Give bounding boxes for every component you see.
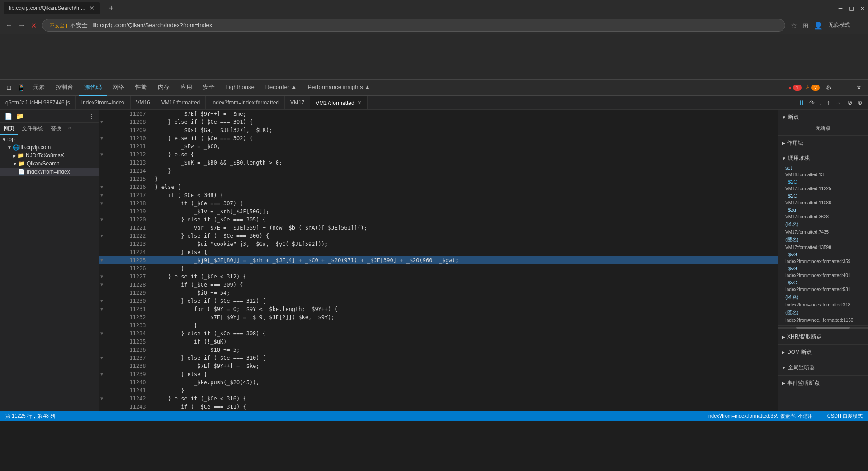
call-stack-item[interactable]: _$vGIndex?from=index:formatted:401: [778, 265, 868, 279]
tree-item-top[interactable]: ▼ top: [0, 135, 99, 143]
close-icon[interactable]: ✕: [861, 5, 864, 12]
new-tab-button[interactable]: +: [104, 2, 119, 14]
breakpoints-header[interactable]: ▼ 断点: [778, 112, 868, 123]
global-listeners-header[interactable]: ▼ 全局监听器: [778, 362, 868, 373]
step-button[interactable]: →: [833, 98, 843, 107]
stack-file-name: VM17:formatted:13598: [785, 245, 831, 250]
tree-item-lib-cqvip[interactable]: ▼ 🌐 lib.cqvip.com: [0, 143, 99, 151]
tab-memory[interactable]: 内存: [152, 80, 175, 96]
new-folder-icon[interactable]: 📁: [15, 112, 24, 121]
minimize-icon[interactable]: ─: [839, 5, 842, 12]
fold-arrow-icon[interactable]: ▼: [100, 370, 103, 378]
fold-arrow-icon[interactable]: ▼: [100, 281, 103, 289]
fold-arrow-icon[interactable]: ▼: [100, 191, 103, 199]
xhr-arrow-icon: ▶: [782, 334, 785, 339]
call-stack-item[interactable]: _$2OVM17:formatted:11086: [778, 192, 868, 206]
dont-pause-exceptions-button[interactable]: ⊕: [855, 98, 864, 107]
tab-close-icon[interactable]: ✕: [89, 5, 94, 12]
xhr-breakpoints-header[interactable]: ▶ XHR/提取断点: [778, 331, 868, 343]
arrow-icon-njdr: ▶: [13, 153, 16, 158]
fold-arrow-icon[interactable]: ▼: [100, 305, 103, 313]
address-input-container[interactable]: 不安全 | 不安全 | lib.cqvip.com/Qikan/Search/I…: [42, 19, 785, 32]
source-tab-vm16[interactable]: VM16: [131, 96, 156, 109]
fold-arrow-icon[interactable]: ▼: [100, 183, 103, 191]
source-tab-index-formatted[interactable]: Index?from=index:formatted: [206, 96, 285, 109]
call-stack-item[interactable]: _$vGIndex?from=index:formatted:531: [778, 279, 868, 293]
tab-performance[interactable]: 性能: [130, 80, 152, 96]
call-stack-item[interactable]: (匿名)VM17:formatted:13598: [778, 236, 868, 251]
fold-arrow-icon[interactable]: ▼: [100, 151, 103, 159]
more-sidebar-icon[interactable]: ⋮: [87, 112, 95, 121]
more-button[interactable]: ⋮: [838, 82, 850, 93]
call-stack-item[interactable]: (匿名)VM17:formatted:7435: [778, 220, 868, 236]
more-tabs-icon[interactable]: »: [65, 123, 74, 135]
pause-button[interactable]: ⏸: [797, 98, 807, 107]
source-tab-q6etn[interactable]: q6etnJaJUcHH.9887446.js: [0, 96, 76, 109]
call-stack-item[interactable]: _$2OVM17:formatted:11225: [778, 178, 868, 192]
tab-console[interactable]: 控制台: [50, 80, 79, 96]
dom-breakpoints-header[interactable]: ▶ DOM 断点: [778, 347, 868, 358]
fold-arrow-icon[interactable]: ▼: [100, 256, 103, 264]
tab-security[interactable]: 安全: [198, 80, 220, 96]
browser-tab[interactable]: lib.cqvip.com/Qikan/Search/In... ✕: [4, 2, 100, 14]
menu-icon[interactable]: ⋮: [855, 21, 863, 30]
fold-arrow-icon[interactable]: ▼: [100, 232, 103, 240]
settings-button[interactable]: ⚙: [823, 82, 835, 93]
fold-arrow-icon[interactable]: ▼: [100, 297, 103, 305]
tree-item-index[interactable]: 📄 Index?from=index: [0, 168, 99, 176]
sidebar-tab-overrides[interactable]: 替换: [47, 123, 65, 135]
step-over-button[interactable]: ↷: [807, 98, 816, 107]
panel-scrollbar[interactable]: [778, 327, 868, 329]
back-button[interactable]: ←: [5, 21, 13, 29]
tab-application[interactable]: 应用: [175, 80, 198, 96]
code-line-11237: ▼11237 } else if (_$Ce === 310) {: [99, 354, 778, 362]
call-stack-item[interactable]: (匿名)Index?from=inde...formatted:1150: [778, 308, 868, 324]
scope-header[interactable]: ▶ 作用域: [778, 137, 868, 149]
call-stack-item[interactable]: _$zgVM17:formatted:3628: [778, 206, 868, 220]
tab-lighthouse[interactable]: Lighthouse: [220, 80, 260, 96]
sidebar-tab-filesystem[interactable]: 文件系统: [18, 123, 47, 135]
step-out-button[interactable]: ↑: [825, 98, 832, 107]
restore-icon[interactable]: □: [849, 5, 853, 12]
deactivate-breakpoints-button[interactable]: ⊘: [845, 98, 854, 107]
sidebar-tab-webpage[interactable]: 网页: [0, 123, 18, 135]
source-tab-vm16-formatted[interactable]: VM16:formatted: [156, 96, 206, 109]
tab-sources[interactable]: 源代码: [79, 80, 107, 96]
fold-arrow-icon[interactable]: ▼: [100, 395, 103, 403]
close-devtools-button[interactable]: ✕: [854, 82, 864, 93]
source-tab-vm17[interactable]: VM17: [285, 96, 310, 109]
source-tab-vm17-formatted[interactable]: VM17:formatted ✕: [310, 96, 367, 109]
call-stack-item[interactable]: (匿名)Index?from=index:formatted:318: [778, 293, 868, 308]
fold-arrow-icon[interactable]: ▼: [100, 273, 103, 281]
tree-item-njdr[interactable]: ▶ 📁 NJDrTcXo8msX: [0, 151, 99, 160]
user-icon[interactable]: 👤: [814, 21, 823, 30]
new-file-icon[interactable]: 📄: [4, 112, 13, 121]
tree-item-qikan[interactable]: ▼ 📁 Qikan/Search: [0, 160, 99, 168]
call-stack-section: ▼ 调用堆栈 setVM16:formatted:13_$2OVM17:form…: [778, 151, 868, 326]
fold-arrow-icon[interactable]: ▼: [100, 330, 103, 338]
stack-func-name: set: [785, 165, 792, 170]
fold-arrow-icon[interactable]: ▼: [100, 354, 103, 362]
call-stack-header[interactable]: ▼ 调用堆栈: [778, 153, 868, 164]
call-stack-item[interactable]: _$vGIndex?from=index:formatted:359: [778, 251, 868, 265]
sidebar-toggle-icon[interactable]: ⊞: [802, 21, 808, 30]
fold-arrow-icon[interactable]: ▼: [100, 216, 103, 224]
device-toggle-button[interactable]: 📱: [14, 82, 28, 93]
fold-arrow-icon[interactable]: ▼: [100, 134, 103, 142]
source-tab-index[interactable]: Index?from=index: [76, 96, 131, 109]
tab-elements[interactable]: 元素: [28, 80, 50, 96]
event-breakpoints-header[interactable]: ▶ 事件监听断点: [778, 377, 868, 389]
fold-arrow-icon[interactable]: ▼: [100, 199, 103, 207]
stop-button[interactable]: ✕: [31, 21, 37, 30]
bookmark-icon[interactable]: ☆: [791, 21, 797, 30]
forward-button[interactable]: →: [18, 21, 25, 29]
code-editor[interactable]: 11207 _$7E[_$9Y++] = _$me;▼11208 } else …: [99, 110, 778, 411]
tab-network[interactable]: 网络: [107, 80, 130, 96]
tab-recorder[interactable]: Recorder ▲: [260, 80, 302, 96]
inspect-element-button[interactable]: ⊡: [4, 82, 14, 93]
step-into-button[interactable]: ↓: [817, 98, 824, 107]
tab-performance-insights[interactable]: Performance insights ▲: [302, 80, 376, 96]
fold-arrow-icon[interactable]: ▼: [100, 118, 103, 126]
source-tab-vm17-close-icon[interactable]: ✕: [357, 100, 362, 106]
call-stack-item[interactable]: setVM16:formatted:13: [778, 164, 868, 178]
